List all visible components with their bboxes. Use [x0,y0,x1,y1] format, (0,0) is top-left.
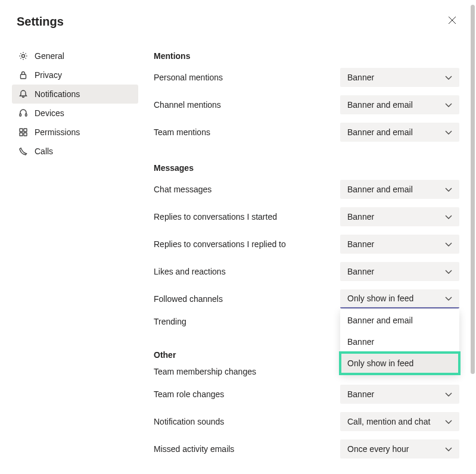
chevron-down-icon [445,294,452,303]
dropdown-replies-started[interactable]: Banner [340,207,459,226]
chevron-down-icon [445,212,452,222]
headset-icon [18,108,29,118]
gear-icon [18,51,29,61]
dropdown-value: Banner [347,267,374,276]
phone-icon [18,146,29,157]
chevron-down-icon [445,127,452,137]
setting-label: Replies to conversations I replied to [154,239,286,249]
dropdown-value: Banner [347,73,374,82]
sidebar-item-label: Notifications [35,89,80,99]
page-title: Settings [17,15,64,29]
svg-rect-5 [26,114,27,116]
setting-label: Notification sounds [154,417,224,426]
chevron-down-icon [445,100,452,110]
setting-row: Missed activity emails Once every hour [154,439,459,459]
setting-label: Followed channels [154,294,223,304]
setting-label: Team role changes [154,389,224,399]
content-area: Mentions Personal mentions Banner Channe… [143,40,476,474]
sidebar-item-devices[interactable]: Devices [12,104,138,123]
svg-rect-7 [24,129,27,132]
setting-row: Channel mentions Banner and email [154,95,459,114]
chevron-down-icon [445,239,452,249]
dropdown-notification-sounds[interactable]: Call, mention and chat [340,412,459,431]
sidebar: General Privacy Notifications Devices [0,40,143,474]
chevron-down-icon [445,267,452,276]
setting-label: Chat messages [154,185,211,194]
sidebar-item-privacy[interactable]: Privacy [12,66,138,85]
setting-row: Team role changes Banner [154,385,459,404]
chevron-down-icon [445,444,452,454]
dropdown-chat-messages[interactable]: Banner and email [340,180,459,199]
menu-item-banner-email[interactable]: Banner and email [340,310,459,331]
sidebar-item-label: Devices [35,108,64,118]
dropdown-value: Banner [347,389,374,399]
menu-item-only-feed[interactable]: Only show in feed [340,353,459,374]
setting-label: Likes and reactions [154,267,226,276]
setting-row: Replies to conversations I replied to Ba… [154,235,459,254]
dropdown-replies-replied[interactable]: Banner [340,235,459,254]
close-icon [448,16,456,27]
chevron-down-icon [445,185,452,194]
setting-row: Likes and reactions Banner [154,262,459,281]
sidebar-item-label: General [35,51,64,61]
menu-item-banner[interactable]: Banner [340,331,459,353]
sidebar-item-label: Privacy [35,70,62,80]
dropdown-role-changes[interactable]: Banner [340,385,459,404]
dropdown-value: Banner and email [347,185,413,194]
setting-label: Team membership changes [154,367,256,376]
chevron-down-icon [445,389,452,399]
setting-label: Personal mentions [154,73,223,82]
setting-label: Channel mentions [154,100,221,110]
sidebar-item-calls[interactable]: Calls [12,142,138,161]
dropdown-value: Once every hour [347,444,409,454]
dropdown-value: Banner [347,239,374,249]
chevron-down-icon [445,73,452,82]
close-button[interactable] [445,14,459,29]
chevron-down-icon [445,417,452,426]
sidebar-item-general[interactable]: General [12,46,138,66]
dropdown-team-mentions[interactable]: Banner and email [340,123,459,142]
dropdown-value: Call, mention and chat [347,417,430,426]
svg-point-2 [22,55,25,58]
dropdown-value: Banner [347,212,374,222]
setting-row: Followed channels Only show in feed Bann… [154,289,459,308]
dropdown-followed-channels[interactable]: Only show in feed Banner and email Banne… [340,289,459,308]
svg-rect-9 [24,133,27,136]
setting-row: Replies to conversations I started Banne… [154,207,459,226]
section-title-mentions: Mentions [154,51,459,61]
dropdown-personal-mentions[interactable]: Banner [340,68,459,87]
sidebar-item-permissions[interactable]: Permissions [12,123,138,142]
app-icon [18,127,29,138]
section-title-messages: Messages [154,163,459,173]
setting-label: Replies to conversations I started [154,212,277,222]
dropdown-value: Banner and email [347,100,413,110]
setting-row: Chat messages Banner and email [154,180,459,199]
setting-row: Team mentions Banner and email [154,123,459,142]
svg-rect-4 [20,114,21,116]
bell-icon [18,89,29,99]
setting-row: Notification sounds Call, mention and ch… [154,412,459,431]
svg-rect-6 [20,129,23,132]
dropdown-channel-mentions[interactable]: Banner and email [340,95,459,114]
setting-row: Personal mentions Banner [154,68,459,87]
svg-rect-3 [21,74,26,79]
sidebar-item-notifications[interactable]: Notifications [12,85,138,104]
dropdown-menu: Banner and email Banner Only show in fee… [340,310,459,374]
lock-icon [18,70,29,80]
dropdown-missed-emails[interactable]: Once every hour [340,439,459,459]
setting-label: Team mentions [154,127,210,137]
svg-rect-8 [20,133,23,136]
setting-label: Missed activity emails [154,444,234,454]
dropdown-likes-reactions[interactable]: Banner [340,262,459,281]
dropdown-value: Banner and email [347,127,413,137]
dropdown-value: Only show in feed [347,294,413,303]
sidebar-item-label: Calls [35,146,53,156]
sidebar-item-label: Permissions [35,127,80,137]
scrollbar[interactable] [471,5,475,374]
setting-label: Trending [154,317,186,326]
